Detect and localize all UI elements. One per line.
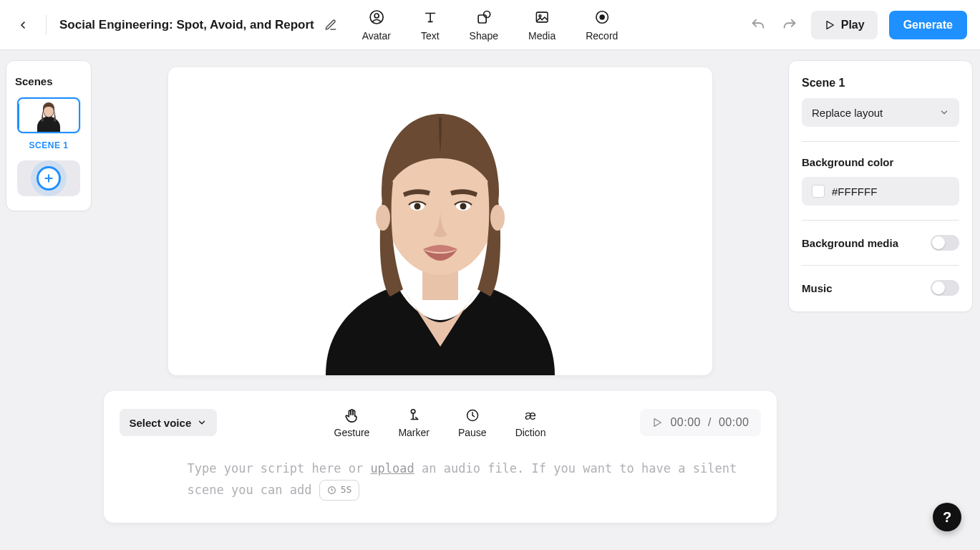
avatar-thumb-icon [29,98,68,133]
bg-color-value: #FFFFFF [832,185,877,198]
svg-marker-20 [654,419,661,427]
script-tool-pause-label: Pause [458,427,487,438]
bg-color-label: Background color [802,156,959,168]
title-wrap: Social Engineering: Spot, Avoid, and Rep… [59,18,337,32]
tool-avatar[interactable]: Avatar [362,9,391,42]
script-placeholder-pre: Type your script here or [188,461,371,476]
tool-text-label: Text [421,30,440,42]
play-button[interactable]: Play [811,11,878,39]
chevron-down-icon [197,418,207,428]
time-current: 00:00 [670,416,701,429]
play-outline-icon [651,417,663,428]
svg-point-16 [376,205,390,231]
text-icon [422,9,438,25]
script-tool-pause[interactable]: Pause [458,407,487,438]
media-icon [534,9,550,25]
bg-media-row: Background media [802,235,959,251]
script-tool-marker[interactable]: Marker [398,407,430,438]
tool-shape[interactable]: Shape [470,9,498,42]
topbar: Social Engineering: Spot, Avoid, and Rep… [0,0,980,50]
script-tool-diction[interactable]: æ Diction [515,407,546,438]
pause-icon [465,408,480,423]
timecode[interactable]: 00:00 / 00:00 [640,409,760,436]
svg-point-1 [374,14,379,18]
tool-avatar-label: Avatar [362,30,391,42]
svg-rect-4 [536,12,548,22]
scene-thumb-1[interactable] [17,97,80,133]
play-icon [824,19,835,31]
generate-label: Generate [903,19,953,32]
back-button[interactable] [13,15,33,35]
replace-layout-label: Replace layout [812,107,883,119]
generate-button[interactable]: Generate [889,11,967,39]
script-panel: Select voice Gesture Marker [104,391,777,523]
tool-record-label: Record [586,30,618,42]
topbar-center-tools: Avatar Text Shape Media Record [362,9,618,42]
select-voice-label: Select voice [130,417,192,429]
time-sep: / [708,416,712,429]
tool-shape-label: Shape [470,30,498,42]
script-tool-marker-label: Marker [398,427,430,438]
avatar-main-illustration [283,74,598,375]
svg-point-7 [600,15,604,19]
music-label: Music [802,282,833,294]
divider [802,220,959,221]
replace-layout-dropdown[interactable]: Replace layout [802,98,959,127]
scenes-title: Scenes [15,75,53,87]
tool-record[interactable]: Record [586,9,618,42]
silent-chip-label: 5S [341,482,352,498]
undo-button[interactable] [748,15,768,35]
play-label: Play [841,19,865,32]
script-tools: Gesture Marker Pause [334,407,546,438]
canvas[interactable] [168,67,712,375]
edit-title-button[interactable] [324,19,337,32]
bg-color-swatch [812,185,825,198]
properties-panel: Scene 1 Replace layout Background color … [788,60,973,312]
svg-point-17 [490,205,505,231]
project-title: Social Engineering: Spot, Avoid, and Rep… [59,18,314,32]
shape-icon [475,9,493,26]
clock-icon [327,486,336,495]
tool-media[interactable]: Media [528,9,556,42]
tool-media-label: Media [528,30,556,42]
undo-icon [750,17,766,33]
help-button[interactable]: ? [933,503,961,531]
bg-media-toggle[interactable] [931,235,959,251]
help-label: ? [943,509,951,526]
svg-point-14 [414,203,420,210]
script-tool-gesture[interactable]: Gesture [334,407,370,438]
center-area: Select voice Gesture Marker [92,50,788,550]
music-toggle[interactable] [931,280,959,296]
diction-icon: æ [525,409,536,422]
separator [46,15,47,35]
gesture-icon [344,407,359,423]
script-upload-link[interactable]: upload [370,461,414,476]
script-input[interactable]: Type your script here or upload an audio… [120,454,761,501]
script-tool-gesture-label: Gesture [334,427,370,438]
svg-point-18 [411,409,415,413]
svg-marker-8 [827,21,833,29]
add-scene-button[interactable] [17,160,80,196]
silent-chip[interactable]: 5S [319,480,360,501]
redo-button[interactable] [780,15,800,35]
time-total: 00:00 [719,416,749,429]
scene-caption-1: SCENE 1 [29,140,69,150]
topbar-left: Social Engineering: Spot, Avoid, and Rep… [13,15,337,35]
svg-point-5 [539,14,541,16]
plus-icon [43,173,54,184]
select-voice-button[interactable]: Select voice [120,409,218,436]
bg-media-label: Background media [802,237,898,249]
pencil-icon [324,19,337,32]
scenes-panel: Scenes SCENE 1 [6,60,92,211]
redo-icon [782,17,797,33]
script-tool-diction-label: Diction [515,427,546,438]
divider [802,265,959,266]
music-row: Music [802,280,959,296]
svg-point-15 [460,203,466,210]
workspace: Scenes SCENE 1 [0,50,980,550]
avatar-icon [368,9,385,26]
bg-color-input[interactable]: #FFFFFF [802,177,959,206]
tool-text[interactable]: Text [421,9,440,42]
script-top: Select voice Gesture Marker [120,404,761,441]
divider [802,141,959,142]
